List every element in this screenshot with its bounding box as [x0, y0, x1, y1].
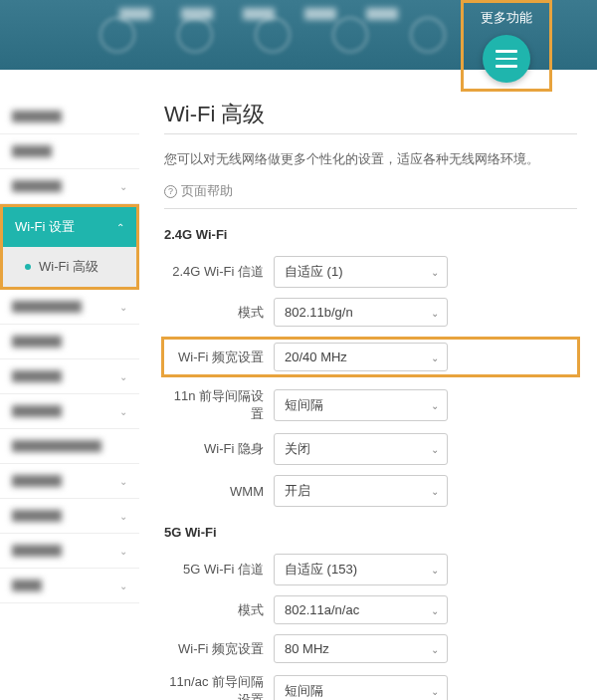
sidebar-item[interactable]: ⌄ [0, 394, 139, 429]
sidebar-item[interactable]: ⌄ [0, 169, 139, 204]
page-title: Wi-Fi 高级 [164, 100, 577, 129]
row-5g-guard: 11n/ac 前导间隔设置 短间隔 ⌄ [164, 673, 577, 700]
chevron-down-icon: ⌄ [119, 406, 127, 417]
more-features-label: 更多功能 [464, 9, 549, 27]
sidebar-item[interactable] [0, 429, 139, 464]
sidebar-item[interactable]: ⌄ [0, 569, 139, 603]
chevron-down-icon: ⌄ [431, 400, 439, 411]
chevron-down-icon: ⌄ [431, 643, 439, 654]
row-24g-hidden: Wi-Fi 隐身 关闭 ⌄ [164, 433, 577, 465]
top-nav-icon-blur [332, 17, 368, 53]
chevron-down-icon: ⌄ [119, 546, 127, 557]
select-24g-channel[interactable]: 自适应 (1) ⌄ [274, 256, 448, 288]
sidebar-item[interactable]: ⌄ [0, 290, 139, 325]
label-5g-guard: 11n/ac 前导间隔设置 [164, 673, 274, 700]
chevron-down-icon: ⌄ [119, 511, 127, 522]
label-24g-mode: 模式 [164, 304, 274, 322]
select-5g-channel[interactable]: 自适应 (153) ⌄ [274, 554, 448, 585]
sidebar-item[interactable] [0, 325, 139, 359]
sidebar-item-wifi-settings[interactable]: Wi-Fi 设置 ⌃ [3, 207, 136, 247]
section-title-5g: 5G Wi-Fi [164, 525, 577, 540]
label-5g-bandwidth: Wi-Fi 频宽设置 [164, 640, 274, 658]
top-nav-icon-blur [410, 17, 446, 53]
chevron-down-icon: ⌄ [119, 181, 127, 192]
select-24g-wmm[interactable]: 开启 ⌄ [274, 475, 448, 507]
label-24g-hidden: Wi-Fi 隐身 [164, 440, 274, 458]
chevron-down-icon: ⌄ [431, 267, 439, 278]
sidebar-wifi-highlight: Wi-Fi 设置 ⌃ Wi-Fi 高级 [0, 204, 139, 290]
top-bar: 更多功能 [0, 0, 597, 70]
select-5g-guard[interactable]: 短间隔 ⌄ [274, 675, 448, 700]
main-content: Wi-Fi 高级 您可以对无线网络做更多个性化的设置，适应各种无线网络环境。 ?… [139, 100, 597, 700]
sidebar-item-wifi-advanced[interactable]: Wi-Fi 高级 [3, 247, 136, 287]
sidebar-wifi-advanced-label: Wi-Fi 高级 [39, 258, 99, 276]
sidebar-item[interactable]: ⌄ [0, 464, 139, 499]
hamburger-icon [496, 58, 517, 61]
chevron-down-icon: ⌄ [431, 307, 439, 318]
label-5g-mode: 模式 [164, 601, 274, 619]
sidebar-item[interactable]: ⌄ [0, 359, 139, 394]
top-nav-icon-blur [177, 17, 213, 53]
select-5g-mode[interactable]: 802.11a/n/ac ⌄ [274, 595, 448, 624]
more-features-button[interactable] [483, 35, 530, 83]
select-24g-bandwidth[interactable]: 20/40 MHz ⌄ [274, 343, 448, 371]
row-24g-mode: 模式 802.11b/g/n ⌄ [164, 298, 577, 327]
row-5g-mode: 模式 802.11a/n/ac ⌄ [164, 595, 577, 624]
label-24g-bandwidth: Wi-Fi 频宽设置 [164, 349, 274, 366]
label-24g-wmm: WMM [164, 484, 274, 499]
chevron-down-icon: ⌄ [119, 476, 127, 487]
row-24g-channel: 2.4G Wi-Fi 信道 自适应 (1) ⌄ [164, 256, 577, 288]
chevron-down-icon: ⌄ [431, 351, 439, 362]
label-5g-channel: 5G Wi-Fi 信道 [164, 561, 274, 579]
row-24g-wmm: WMM 开启 ⌄ [164, 475, 577, 507]
chevron-down-icon: ⌄ [431, 486, 439, 497]
section-title-24g: 2.4G Wi-Fi [164, 227, 577, 242]
chevron-down-icon: ⌄ [431, 604, 439, 615]
more-features-highlight: 更多功能 [461, 0, 552, 92]
label-24g-guard: 11n 前导间隔设置 [164, 387, 274, 423]
chevron-down-icon: ⌄ [119, 581, 127, 591]
hamburger-icon [496, 65, 517, 68]
chevron-down-icon: ⌄ [119, 302, 127, 313]
help-label: 页面帮助 [181, 182, 233, 200]
select-24g-guard[interactable]: 短间隔 ⌄ [274, 389, 448, 421]
chevron-down-icon: ⌄ [119, 371, 127, 382]
sidebar-item[interactable]: ⌄ [0, 499, 139, 534]
help-icon: ? [164, 185, 177, 198]
select-24g-hidden[interactable]: 关闭 ⌄ [274, 433, 448, 465]
chevron-up-icon: ⌃ [116, 222, 124, 233]
row-5g-bandwidth: Wi-Fi 频宽设置 80 MHz ⌄ [164, 634, 577, 663]
sidebar: ⌄ Wi-Fi 设置 ⌃ Wi-Fi 高级 ⌄ ⌄ ⌄ ⌄ ⌄ ⌄ ⌄ [0, 100, 139, 700]
chevron-down-icon: ⌄ [431, 686, 439, 697]
active-dot-icon [25, 264, 31, 270]
select-24g-mode[interactable]: 802.11b/g/n ⌄ [274, 298, 448, 327]
sidebar-item[interactable] [0, 134, 139, 169]
chevron-down-icon: ⌄ [431, 565, 439, 576]
hamburger-icon [496, 50, 517, 53]
row-24g-guard: 11n 前导间隔设置 短间隔 ⌄ [164, 387, 577, 423]
label-24g-channel: 2.4G Wi-Fi 信道 [164, 263, 274, 281]
sidebar-wifi-label: Wi-Fi 设置 [15, 218, 75, 236]
page-description: 您可以对无线网络做更多个性化的设置，适应各种无线网络环境。 [164, 150, 577, 168]
row-5g-channel: 5G Wi-Fi 信道 自适应 (153) ⌄ [164, 554, 577, 585]
top-nav-icon-blur [255, 17, 291, 53]
chevron-down-icon: ⌄ [431, 444, 439, 455]
highlight-24g-bandwidth: Wi-Fi 频宽设置 20/40 MHz ⌄ [161, 337, 580, 377]
select-5g-bandwidth[interactable]: 80 MHz ⌄ [274, 634, 448, 663]
sidebar-item[interactable]: ⌄ [0, 534, 139, 569]
page-help-link[interactable]: ? 页面帮助 [164, 182, 577, 200]
sidebar-item[interactable] [0, 100, 139, 134]
top-nav-icon-blur [100, 17, 135, 53]
